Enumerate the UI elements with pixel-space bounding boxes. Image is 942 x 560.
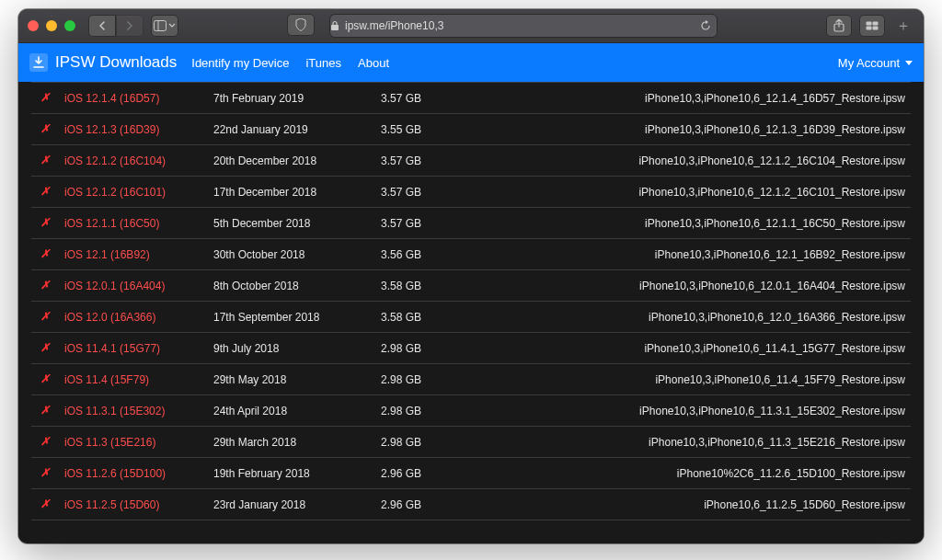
fullscreen-window-button[interactable] <box>64 20 75 31</box>
firmware-row[interactable]: ✗iOS 12.1 (16B92)30th October 20183.56 G… <box>31 239 911 270</box>
firmware-row[interactable]: ✗iOS 12.0 (16A366)17th September 20183.5… <box>31 302 911 333</box>
firmware-filename: iPhone10,3,iPhone10,6_12.1.3_16D39_Resto… <box>469 114 911 145</box>
window-controls <box>28 20 75 31</box>
firmware-version-link[interactable]: iOS 11.2.5 (15D60) <box>64 498 159 511</box>
my-account-dropdown[interactable]: My Account <box>838 56 913 70</box>
firmware-row[interactable]: ✗iOS 12.1.3 (16D39)22nd January 20193.55… <box>31 114 911 145</box>
svg-rect-4 <box>867 22 872 26</box>
nav-links: Identify my Device iTunes About <box>191 56 389 70</box>
page-content: ✗iOS 12.1.4 (16D57)7th February 20193.57… <box>18 82 924 543</box>
share-button[interactable] <box>826 15 852 37</box>
nav-identify[interactable]: Identify my Device <box>191 56 289 70</box>
tabs-button[interactable] <box>859 15 885 37</box>
firmware-version-link[interactable]: iOS 12.1.1 (16C50) <box>64 217 159 230</box>
firmware-size: 3.58 GB <box>375 270 469 302</box>
firmware-row[interactable]: ✗iOS 11.2.6 (15D100)19th February 20182.… <box>31 458 911 489</box>
unsigned-icon: ✗ <box>31 83 59 114</box>
firmware-size: 2.96 GB <box>375 489 469 520</box>
firmware-size: 3.57 GB <box>375 177 469 208</box>
firmware-row[interactable]: ✗iOS 12.1.2 (16C104)20th December 20183.… <box>31 145 911 177</box>
new-tab-button[interactable]: ＋ <box>892 15 914 37</box>
firmware-size: 2.98 GB <box>375 364 469 395</box>
firmware-filename: iPhone10%2C6_11.2.6_15D100_Restore.ipsw <box>469 458 911 489</box>
firmware-filename: iPhone10,6_11.2.5_15D60_Restore.ipsw <box>469 489 911 520</box>
firmware-row[interactable]: ✗iOS 12.1.1 (16C50)5th December 20183.57… <box>31 208 911 239</box>
firmware-filename: iPhone10,6_11.2.2_15C202_Restore.ipsw <box>469 520 911 531</box>
firmware-size: 3.55 GB <box>375 114 469 145</box>
unsigned-icon: ✗ <box>31 208 59 239</box>
site-navbar: IPSW Downloads Identify my Device iTunes… <box>18 43 924 82</box>
firmware-filename: iPhone10,3,iPhone10,6_12.0.1_16A404_Rest… <box>469 270 911 302</box>
firmware-version-link[interactable]: iOS 12.0.1 (16A404) <box>64 280 165 292</box>
firmware-row[interactable]: ✗iOS 11.3.1 (15E302)24th April 20182.98 … <box>31 395 911 427</box>
firmware-version-link[interactable]: iOS 11.3 (15E216) <box>64 436 155 449</box>
back-button[interactable] <box>88 15 116 37</box>
firmware-version-link[interactable]: iOS 12.1.2 (16C101) <box>64 186 166 199</box>
firmware-version-link[interactable]: iOS 11.4.1 (15G77) <box>64 342 160 355</box>
firmware-size: 3.57 GB <box>375 145 469 177</box>
unsigned-icon: ✗ <box>31 458 59 489</box>
firmware-filename: iPhone10,3,iPhone10,6_12.1.2_16C101_Rest… <box>469 177 911 208</box>
firmware-version-link[interactable]: iOS 12.1.4 (16D57) <box>64 92 159 105</box>
firmware-date: 5th December 2018 <box>208 208 375 239</box>
firmware-row[interactable]: ✗iOS 12.1.4 (16D57)7th February 20193.57… <box>31 83 911 114</box>
minimize-window-button[interactable] <box>46 20 57 31</box>
download-icon <box>29 53 48 72</box>
firmware-version-link[interactable]: iOS 11.4 (15F79) <box>64 373 149 386</box>
forward-button[interactable] <box>116 15 144 37</box>
unsigned-icon: ✗ <box>31 333 59 364</box>
firmware-size: 2.96 GB <box>375 520 469 531</box>
unsigned-icon: ✗ <box>31 177 59 208</box>
firmware-size: 2.98 GB <box>375 427 469 458</box>
firmware-version-link[interactable]: iOS 12.1.2 (16C104) <box>64 154 166 167</box>
brand[interactable]: IPSW Downloads <box>29 53 177 72</box>
firmware-version-link[interactable]: iOS 12.0 (16A366) <box>64 311 155 324</box>
firmware-version-link[interactable]: iOS 12.1 (16B92) <box>64 248 150 261</box>
firmware-filename: iPhone10,3,iPhone10,6_12.1.4_16D57_Resto… <box>469 83 911 114</box>
lock-icon <box>330 20 339 31</box>
firmware-row[interactable]: ✗iOS 11.3 (15E216)29th March 20182.98 GB… <box>31 427 911 458</box>
privacy-shield-button[interactable] <box>287 14 315 36</box>
firmware-date: 19th February 2018 <box>208 458 375 489</box>
safari-window: { "browser": { "url_display": "ipsw.me/i… <box>18 9 924 543</box>
firmware-date: 7th February 2019 <box>208 83 375 114</box>
firmware-row[interactable]: ✗iOS 11.2.5 (15D60)23rd January 20182.96… <box>31 489 911 520</box>
sidebar-toggle-button[interactable] <box>151 15 178 37</box>
firmware-row[interactable]: ✗iOS 11.4.1 (15G77)9th July 20182.98 GBi… <box>31 333 911 364</box>
firmware-date: 24th April 2018 <box>208 395 375 427</box>
my-account-label: My Account <box>838 56 900 70</box>
firmware-row[interactable]: ✗iOS 11.2.2 (15C202)8th January 20182.96… <box>31 520 911 531</box>
svg-rect-5 <box>873 22 879 26</box>
url-field[interactable]: ipsw.me/iPhone10,3 <box>329 14 718 38</box>
unsigned-icon: ✗ <box>31 489 59 520</box>
firmware-row[interactable]: ✗iOS 11.4 (15F79)29th May 20182.98 GBiPh… <box>31 364 911 395</box>
firmware-version-link[interactable]: iOS 11.2.2 (15C202) <box>64 530 166 531</box>
firmware-date: 22nd January 2019 <box>208 114 375 145</box>
firmware-size: 2.96 GB <box>375 458 469 489</box>
brand-label: IPSW Downloads <box>55 53 177 72</box>
reload-button[interactable] <box>700 20 711 31</box>
firmware-size: 3.58 GB <box>375 302 469 333</box>
close-window-button[interactable] <box>28 20 39 31</box>
firmware-version-link[interactable]: iOS 11.2.6 (15D100) <box>64 467 166 480</box>
firmware-version-link[interactable]: iOS 12.1.3 (16D39) <box>64 123 159 136</box>
firmware-table-scroll[interactable]: ✗iOS 12.1.4 (16D57)7th February 20193.57… <box>31 82 911 531</box>
unsigned-icon: ✗ <box>31 427 59 458</box>
firmware-date: 30th October 2018 <box>208 239 375 270</box>
firmware-size: 3.57 GB <box>375 208 469 239</box>
nav-itunes[interactable]: iTunes <box>305 56 341 70</box>
firmware-size: 2.98 GB <box>375 395 469 427</box>
firmware-version-link[interactable]: iOS 11.3.1 (15E302) <box>64 405 165 417</box>
browser-toolbar: ipsw.me/iPhone10,3 ＋ <box>18 9 924 43</box>
nav-about[interactable]: About <box>358 56 389 70</box>
firmware-date: 17th December 2018 <box>208 177 375 208</box>
firmware-row[interactable]: ✗iOS 12.1.2 (16C101)17th December 20183.… <box>31 177 911 208</box>
firmware-row[interactable]: ✗iOS 12.0.1 (16A404)8th October 20183.58… <box>31 270 911 302</box>
url-text: ipsw.me/iPhone10,3 <box>345 19 443 32</box>
unsigned-icon: ✗ <box>31 270 59 302</box>
caret-down-icon <box>905 61 913 65</box>
toolbar-right: ＋ <box>826 15 914 37</box>
firmware-filename: iPhone10,3,iPhone10,6_12.1.1_16C50_Resto… <box>469 208 911 239</box>
unsigned-icon: ✗ <box>31 145 59 177</box>
svg-rect-6 <box>867 27 872 30</box>
